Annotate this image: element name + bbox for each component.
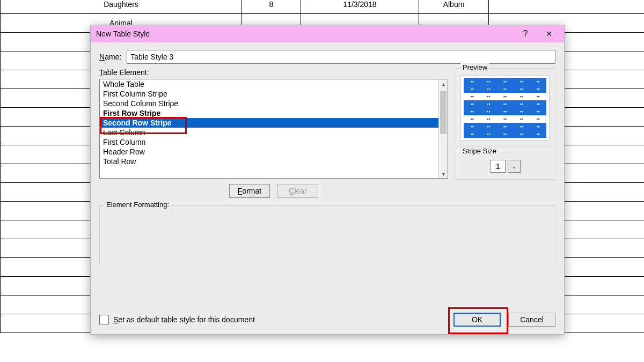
table-cell[interactable]: Album [419, 0, 488, 13]
element-formatting-group: Element Formatting: [99, 205, 555, 263]
table-element-option[interactable]: Second Column Stripe [100, 99, 439, 108]
stripe-size-dropdown[interactable]: ⌄ [508, 160, 521, 173]
table-element-option[interactable]: Second Row Stripe [100, 118, 439, 128]
dialog-titlebar[interactable]: New Table Style ? ✕ [91, 25, 564, 42]
table-element-listbox[interactable]: Whole TableFirst Column StripeSecond Col… [99, 79, 448, 179]
cancel-button[interactable]: Cancel [508, 313, 555, 327]
stripe-size-group: Stripe Size 1 ⌄ [456, 152, 555, 180]
scroll-thumb[interactable] [440, 91, 447, 134]
name-label: Name: [99, 53, 121, 61]
table-element-option[interactable]: Header Row [100, 147, 439, 157]
listbox-scrollbar[interactable]: ▴ ▾ [438, 79, 448, 178]
close-button[interactable]: ✕ [537, 26, 561, 42]
table-element-option[interactable]: First Column [100, 137, 439, 147]
stripe-size-value[interactable]: 1 [491, 160, 506, 173]
table-cell[interactable]: Daughters [0, 0, 241, 13]
table-cell[interactable]: 11/3/2018 [301, 0, 419, 13]
ok-button[interactable]: OK [453, 313, 501, 327]
table-element-option[interactable]: First Column Stripe [100, 89, 439, 99]
clear-button[interactable]: Clear [277, 184, 318, 198]
table-element-option[interactable]: Whole Table [100, 79, 439, 89]
dialog-title: New Table Style [96, 29, 514, 38]
format-button[interactable]: Format [229, 184, 270, 198]
set-default-label: Set as default table style for this docu… [113, 315, 453, 324]
table-element-option[interactable]: Last Column [100, 128, 439, 137]
help-button[interactable]: ? [514, 26, 537, 42]
preview-group: Preview ▪▪▪▪▪▪▪▪▪▪▪▪▪▪▪▪▪▪▪▪▪▪▪▪▪▪▪▪▪▪▪▪… [456, 68, 555, 146]
table-cell[interactable]: 8 [241, 0, 301, 13]
preview-label: Preview [460, 63, 489, 71]
scroll-up-arrow[interactable]: ▴ [439, 79, 448, 88]
preview-swatch: ▪▪▪▪▪▪▪▪▪▪▪▪▪▪▪▪▪▪▪▪▪▪▪▪▪▪▪▪▪▪▪▪▪▪▪▪▪▪▪▪… [460, 75, 550, 141]
stripe-size-label: Stripe Size [460, 147, 499, 155]
element-formatting-label: Element Formatting: [104, 201, 171, 209]
scroll-down-arrow[interactable]: ▾ [439, 169, 448, 178]
table-element-label: Table Element: [99, 68, 448, 77]
table-element-option[interactable]: Total Row [100, 157, 439, 166]
new-table-style-dialog: New Table Style ? ✕ Name: Table Element:… [90, 25, 565, 335]
set-default-checkbox[interactable] [99, 315, 109, 324]
table-row[interactable]: Daughters811/3/2018Album [0, 0, 644, 13]
table-element-option[interactable]: First Row Stripe [100, 108, 439, 118]
style-name-input[interactable] [127, 50, 555, 64]
